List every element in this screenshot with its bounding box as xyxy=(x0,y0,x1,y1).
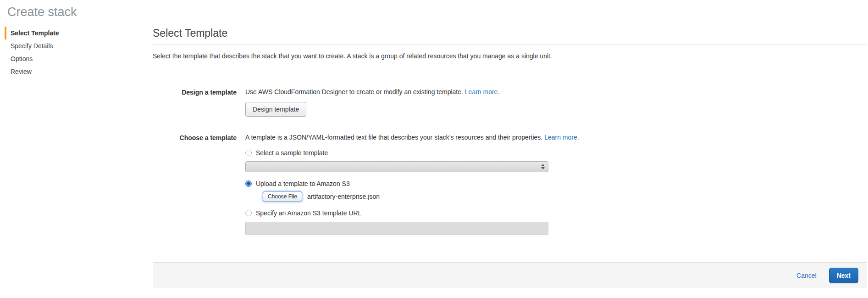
s3-url-radio-label[interactable]: Specify an Amazon S3 template URL xyxy=(256,209,361,217)
upload-template-radio-label[interactable]: Upload a template to Amazon S3 xyxy=(256,180,350,187)
choose-template-label: Choose a template xyxy=(153,134,237,235)
choose-learn-more-link[interactable]: Learn more. xyxy=(544,134,579,141)
choose-template-row: Choose a template A template is a JSON/Y… xyxy=(153,134,867,235)
sample-template-select[interactable] xyxy=(245,161,548,172)
next-button[interactable]: Next xyxy=(829,268,858,283)
select-stepper-icon xyxy=(541,164,545,169)
sidebar-item-select-template[interactable]: Select Template xyxy=(5,27,153,39)
sidebar-item-options[interactable]: Options xyxy=(5,52,153,65)
main-content: Select Template Select the template that… xyxy=(153,24,868,288)
design-template-row: Design a template Use AWS CloudFormation… xyxy=(153,88,867,117)
footer-action-bar: Cancel Next xyxy=(153,262,867,288)
cancel-link[interactable]: Cancel xyxy=(796,272,817,279)
wizard-steps-sidebar: Select Template Specify Details Options … xyxy=(0,24,153,288)
file-upload-row: Choose File artifactory-enterprise.json xyxy=(263,191,867,202)
heading-divider xyxy=(153,45,867,45)
sample-template-radio[interactable] xyxy=(245,150,252,156)
upload-template-radio[interactable] xyxy=(245,180,252,187)
design-template-button[interactable]: Design template xyxy=(245,102,306,117)
design-template-description: Use AWS CloudFormation Designer to creat… xyxy=(245,88,463,96)
design-learn-more-link[interactable]: Learn more. xyxy=(465,88,499,96)
s3-url-radio[interactable] xyxy=(245,210,252,216)
sidebar-item-specify-details[interactable]: Specify Details xyxy=(5,39,153,52)
sidebar-item-review[interactable]: Review xyxy=(5,65,153,78)
choose-template-description: A template is a JSON/YAML-formatted text… xyxy=(245,134,542,141)
upload-template-option: Upload a template to Amazon S3 xyxy=(245,180,867,187)
design-template-label: Design a template xyxy=(153,88,237,117)
choose-template-content: A template is a JSON/YAML-formatted text… xyxy=(245,134,867,235)
page-title: Create stack xyxy=(0,0,868,19)
sample-template-option: Select a sample template xyxy=(245,149,867,157)
choose-file-button[interactable]: Choose File xyxy=(263,191,302,202)
section-heading: Select Template xyxy=(153,27,867,39)
s3-url-input[interactable] xyxy=(245,222,548,235)
sample-template-radio-label[interactable]: Select a sample template xyxy=(256,149,328,157)
uploaded-filename: artifactory-enterprise.json xyxy=(307,193,380,200)
design-template-content: Use AWS CloudFormation Designer to creat… xyxy=(245,88,867,117)
wizard-layout: Select Template Specify Details Options … xyxy=(0,24,868,288)
s3-url-option: Specify an Amazon S3 template URL xyxy=(245,209,867,217)
section-description: Select the template that describes the s… xyxy=(153,52,867,60)
